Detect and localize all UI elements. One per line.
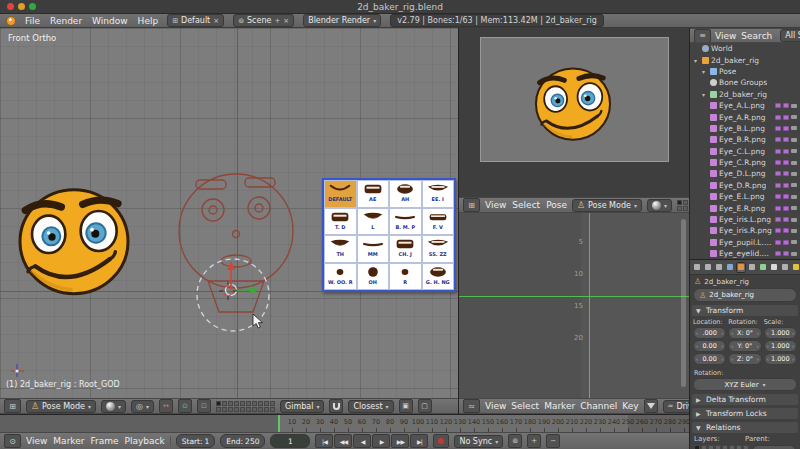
editor-type-graph-icon[interactable]: ≈ — [463, 399, 480, 413]
layer-button[interactable] — [264, 401, 269, 406]
layer-button[interactable] — [722, 445, 728, 449]
panel-delta-transform-header[interactable]: ▶ Delta Transform — [692, 394, 798, 405]
viewport-layers-grid[interactable] — [216, 401, 275, 412]
restrict-view-icon[interactable] — [775, 217, 781, 222]
restrict-render-icon[interactable] — [791, 149, 797, 153]
restrict-render-icon[interactable] — [791, 252, 797, 256]
outliner-item[interactable]: Bone Groups — [690, 77, 800, 88]
outliner-item[interactable]: ▾2d_baker_rig — [690, 89, 800, 100]
layer-button[interactable] — [270, 407, 275, 412]
restrict-render-icon[interactable] — [791, 126, 797, 130]
restrict-select-icon[interactable] — [783, 126, 789, 131]
restrict-view-icon[interactable] — [775, 115, 781, 120]
menu-view[interactable]: View — [485, 200, 506, 210]
layer-button[interactable] — [677, 200, 682, 205]
jump-end-button[interactable]: ▶| — [410, 434, 428, 448]
blender-logo-icon[interactable] — [6, 16, 16, 26]
mode-selector[interactable]: ♙ Pose Mode ▾ — [26, 400, 96, 413]
restrict-view-icon[interactable] — [775, 206, 781, 211]
tab-render[interactable] — [692, 262, 702, 273]
unlink-layout-icon[interactable]: × — [213, 17, 219, 25]
layer-button[interactable] — [736, 445, 742, 449]
menu-marker[interactable]: Marker — [53, 436, 84, 446]
scene-selector[interactable]: ⊚ Scene + × — [233, 14, 294, 27]
restrict-select-icon[interactable] — [783, 103, 789, 108]
outliner[interactable]: ≡ ViewSearch All Scenes ▾ World▾2d_baker… — [689, 28, 800, 259]
outliner-item[interactable]: Eye_D.L.png — [690, 168, 800, 179]
location-field[interactable]: 0.00 — [693, 353, 726, 365]
layer-button[interactable] — [234, 407, 239, 412]
insert-keyframe-button[interactable]: + — [527, 434, 541, 448]
mouth-shape-cell[interactable]: T. D — [324, 208, 357, 236]
drivers-editor[interactable]: 5101520 ≈ ViewSelectMarkerChannelKey ≈ D… — [458, 213, 689, 414]
tab-world[interactable] — [725, 262, 735, 273]
restrict-render-icon[interactable] — [791, 218, 797, 222]
layer-button[interactable] — [228, 407, 233, 412]
restrict-select-icon[interactable] — [783, 240, 789, 245]
menu-channel[interactable]: Channel — [580, 401, 617, 411]
mouth-shape-cell[interactable]: EE. I — [422, 180, 455, 208]
mouth-shape-picker-panel[interactable]: DEFAULTAEAHEE. IT. DLB. M. PF. VTHMMCH. … — [322, 178, 456, 292]
restrict-view-icon[interactable] — [775, 240, 781, 245]
layer-button[interactable] — [216, 407, 221, 412]
rotation-mode-selector[interactable]: XYZ Euler ▾ — [693, 378, 797, 391]
viewport-3d-main[interactable]: Front Ortho — [0, 28, 458, 414]
tab-constraints[interactable] — [747, 262, 757, 273]
snap-toggle-button[interactable] — [329, 399, 343, 413]
timeline-ruler[interactable]: 1020304050607080901001101201301401501601… — [0, 415, 689, 432]
scale-field[interactable]: 1.000 — [764, 327, 797, 339]
panel-transform-header[interactable]: ▼ Transform — [692, 305, 798, 316]
render-engine-selector[interactable]: Blender Render ▾ — [303, 14, 381, 27]
restrict-select-icon[interactable] — [783, 228, 789, 233]
restrict-view-icon[interactable] — [775, 194, 781, 199]
restrict-select-icon[interactable] — [783, 171, 789, 176]
viewport-shading-selector[interactable]: ▾ — [101, 400, 126, 413]
object-name-field[interactable]: ♙ 2d_baker_rig — [693, 288, 797, 302]
properties-editor[interactable]: ♙ 2d_baker_rig ♙ 2d_baker_rig ▼ Transfor… — [689, 259, 800, 449]
editor-type-3d-view-icon[interactable]: ⊞ — [463, 198, 480, 212]
mode-selector[interactable]: ♙ Pose Mode ▾ — [572, 199, 642, 212]
location-field[interactable]: 0.00 — [693, 340, 726, 352]
restrict-view-icon[interactable] — [775, 126, 781, 131]
eye-left-control-bone[interactable] — [202, 199, 224, 221]
restrict-render-icon[interactable] — [791, 206, 797, 210]
tab-object-data[interactable] — [758, 262, 768, 273]
restrict-render-icon[interactable] — [791, 229, 797, 233]
frame-start-field[interactable]: Start: 1 — [176, 434, 216, 448]
timeline[interactable]: 1020304050607080901001101201301401501601… — [0, 414, 689, 449]
expand-icon[interactable]: ▾ — [702, 91, 708, 98]
restrict-render-icon[interactable] — [791, 195, 797, 199]
mouth-shape-cell[interactable]: W. OO. R — [324, 263, 357, 291]
menu-search[interactable]: Search — [741, 31, 772, 41]
layer-button[interactable] — [228, 401, 233, 406]
restrict-render-icon[interactable] — [791, 183, 797, 187]
outliner-item[interactable]: Eye_A.R.png — [690, 111, 800, 122]
mouth-shape-cell[interactable]: OH — [357, 263, 390, 291]
layer-button[interactable] — [264, 407, 269, 412]
frame-end-field[interactable]: End: 250 — [220, 434, 265, 448]
menu-help[interactable]: Help — [138, 16, 159, 26]
menu-key[interactable]: Key — [622, 401, 638, 411]
tab-bone[interactable] — [769, 262, 779, 273]
eye-right-control-bone[interactable] — [248, 197, 270, 219]
outliner-item[interactable]: Eye_eyelid.png — [690, 248, 800, 259]
viewport-layers-grid[interactable] — [677, 200, 689, 211]
snap-target-selector[interactable]: Closest ▾ — [348, 400, 393, 413]
layer-button[interactable] — [246, 407, 251, 412]
layer-button[interactable] — [683, 206, 688, 211]
scale-field[interactable]: 1.000 — [764, 340, 797, 352]
restrict-view-icon[interactable] — [775, 228, 781, 233]
restrict-view-icon[interactable] — [775, 251, 781, 256]
record-button[interactable] — [433, 434, 449, 448]
layer-button[interactable] — [729, 445, 735, 449]
restrict-render-icon[interactable] — [791, 161, 797, 165]
tab-object[interactable] — [736, 262, 746, 273]
tab-bone-constraints[interactable] — [780, 262, 790, 273]
manipulator-translate-button[interactable]: ↔ — [159, 399, 173, 413]
menu-select[interactable]: Select — [512, 200, 540, 210]
current-frame-field[interactable]: 1 — [270, 434, 310, 448]
drivers-scrollbar[interactable] — [681, 219, 686, 387]
menu-pose[interactable]: Pose — [546, 200, 567, 210]
layer-button[interactable] — [677, 206, 682, 211]
jaw-control-bone[interactable] — [208, 281, 264, 312]
